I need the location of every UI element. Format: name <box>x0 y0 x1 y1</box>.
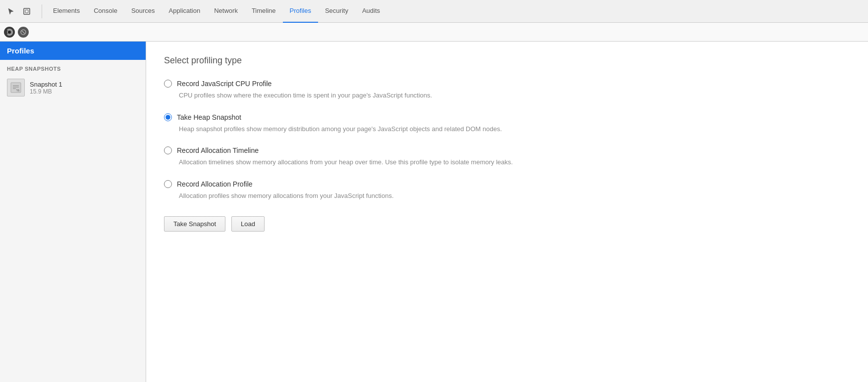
desc-alloc-timeline: Allocation timelines show memory allocat… <box>164 157 850 167</box>
label-alloc-timeline[interactable]: Record Allocation Timeline <box>177 146 259 154</box>
label-alloc-profile[interactable]: Record Allocation Profile <box>177 180 253 188</box>
snapshot-name: Snapshot 1 <box>30 81 62 88</box>
svg-rect-1 <box>25 10 28 13</box>
tab-profiles[interactable]: Profiles <box>283 0 318 23</box>
sidebar: Profiles HEAP SNAPSHOTS % Snapshot 1 15.… <box>0 42 146 382</box>
tab-timeline[interactable]: Timeline <box>245 0 283 23</box>
main-layout: Profiles HEAP SNAPSHOTS % Snapshot 1 15.… <box>0 42 868 382</box>
svg-line-3 <box>22 31 25 34</box>
tab-console[interactable]: Console <box>87 0 124 23</box>
main-content: Select profiling type Record JavaScript … <box>146 42 868 382</box>
option-heap: Take Heap Snapshot Heap snapshot profile… <box>164 113 850 134</box>
toolbar-icons <box>4 4 34 18</box>
option-alloc-profile: Record Allocation Profile Allocation pro… <box>164 180 850 201</box>
tab-sources[interactable]: Sources <box>124 0 162 23</box>
take-snapshot-button[interactable]: Take Snapshot <box>164 216 225 232</box>
svg-text:%: % <box>16 89 19 92</box>
load-button[interactable]: Load <box>231 216 265 232</box>
sidebar-section-label: HEAP SNAPSHOTS <box>0 60 146 75</box>
button-row: Take Snapshot Load <box>164 216 850 232</box>
main-tabs: Elements Console Sources Application Net… <box>46 0 387 23</box>
tab-network[interactable]: Network <box>207 0 245 23</box>
action-bar <box>0 23 868 42</box>
desc-heap: Heap snapshot profiles show memory distr… <box>164 124 850 134</box>
desc-alloc-profile: Allocation profiles show memory allocati… <box>164 191 850 201</box>
option-cpu: Record JavaScript CPU Profile CPU profil… <box>164 80 850 100</box>
snapshot-size: 15.9 MB <box>30 88 62 95</box>
svg-rect-0 <box>24 8 30 14</box>
sidebar-header: Profiles <box>0 42 146 60</box>
label-cpu[interactable]: Record JavaScript CPU Profile <box>177 80 271 88</box>
snapshot-icon: % <box>7 79 25 96</box>
section-title: Select profiling type <box>164 55 850 66</box>
inspect-icon[interactable] <box>20 4 34 18</box>
toolbar-divider <box>42 4 42 18</box>
record-button[interactable] <box>4 27 15 38</box>
radio-heap[interactable] <box>164 113 172 121</box>
clear-button[interactable] <box>18 27 29 38</box>
tab-bar: Elements Console Sources Application Net… <box>0 0 868 23</box>
radio-alloc-timeline[interactable] <box>164 146 172 154</box>
label-heap[interactable]: Take Heap Snapshot <box>177 113 241 121</box>
tab-application[interactable]: Application <box>162 0 208 23</box>
tab-elements[interactable]: Elements <box>46 0 87 23</box>
tab-security[interactable]: Security <box>318 0 355 23</box>
cursor-icon[interactable] <box>4 4 18 18</box>
option-alloc-timeline: Record Allocation Timeline Allocation ti… <box>164 146 850 167</box>
snapshot-item[interactable]: % Snapshot 1 15.9 MB <box>0 75 146 100</box>
radio-alloc-profile[interactable] <box>164 180 172 188</box>
tab-audits[interactable]: Audits <box>355 0 387 23</box>
radio-cpu[interactable] <box>164 80 172 88</box>
desc-cpu: CPU profiles show where the execution ti… <box>164 91 850 100</box>
snapshot-info: Snapshot 1 15.9 MB <box>30 81 62 95</box>
